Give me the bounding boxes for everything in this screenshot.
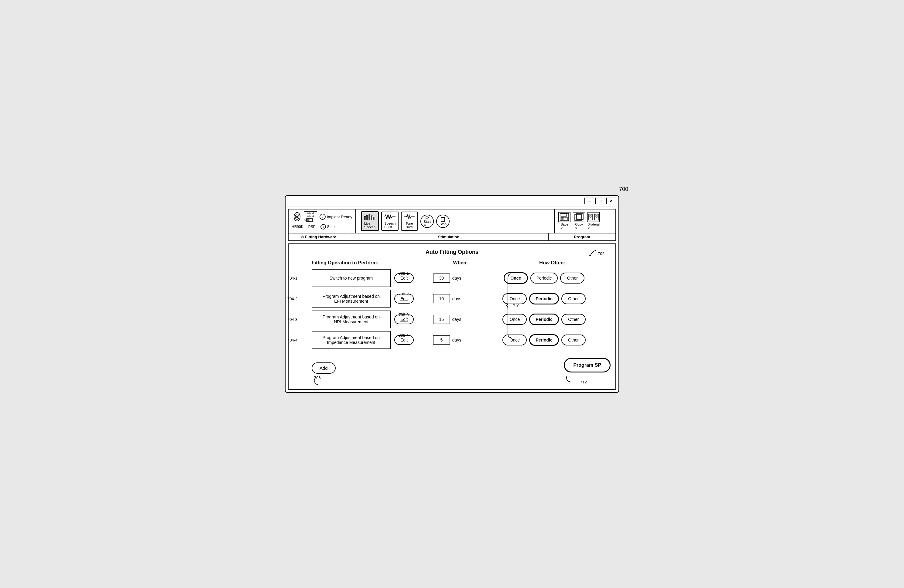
hw-row-bottom: HR90K PSP ○ Stop xyxy=(292,224,335,230)
toolbar-labels: ® Fitting Hardware Stimulation Program xyxy=(289,233,615,240)
ref-708-2: 708-2 xyxy=(398,292,409,296)
tone-burst-button[interactable]: ToneBurst xyxy=(401,211,418,231)
stop-button[interactable]: Stop xyxy=(436,214,450,228)
copy-label: Copy∨ xyxy=(575,222,583,230)
svg-rect-22 xyxy=(561,218,567,220)
title-bar: — □ ✕ xyxy=(286,196,618,207)
other-button-2[interactable]: Other xyxy=(561,293,586,304)
toolbar: ⊟⊟⊟⊟⊟⊟ S xyxy=(288,209,616,241)
toolbar-top: ⊟⊟⊟⊟⊟⊟ S xyxy=(289,210,615,233)
ref-710-label: 710 xyxy=(513,304,520,308)
when-section-1: 708-1 30 days xyxy=(417,274,477,283)
add-button[interactable]: Add xyxy=(312,363,336,374)
speech-burst-button[interactable]: SpeechBurst xyxy=(381,211,398,231)
speech-burst-icon xyxy=(384,213,395,221)
periodic-button-2[interactable]: Periodic xyxy=(529,293,559,304)
svg-rect-34 xyxy=(591,214,592,216)
save-icon-svg xyxy=(560,213,569,221)
program-section: Save∨ + xyxy=(555,210,615,233)
cochlear-icon xyxy=(292,211,303,222)
svg-point-1 xyxy=(295,214,299,219)
how-often-row-1: Once Periodic Other xyxy=(477,272,610,284)
days-input-3[interactable]: 15 xyxy=(433,315,450,324)
svg-rect-21 xyxy=(561,213,566,216)
svg-point-0 xyxy=(294,213,300,221)
other-button-4[interactable]: Other xyxy=(561,334,586,345)
close-button[interactable]: ✕ xyxy=(606,198,616,204)
live-speech-button[interactable]: LiveSpeech xyxy=(361,211,379,231)
svg-rect-13 xyxy=(370,215,371,220)
stop-circle-icon: ○ xyxy=(321,224,326,230)
fitting-hardware-section: ⊟⊟⊟⊟⊟⊟ S xyxy=(289,210,356,233)
live-speech-icon xyxy=(364,213,375,221)
play-icon xyxy=(424,215,430,220)
ref-712-label: 712 xyxy=(564,374,610,384)
implant-ready-indicator: ✓ Implant Ready xyxy=(319,214,352,220)
bilateral-icon-svg xyxy=(588,213,599,221)
main-window: — □ ✕ xyxy=(285,195,619,393)
days-label-4: days xyxy=(452,337,461,342)
circuit-icon xyxy=(306,218,313,222)
bilateral-icon xyxy=(588,212,600,222)
svg-rect-15 xyxy=(374,217,375,220)
svg-rect-35 xyxy=(591,217,592,218)
days-input-2[interactable]: 10 xyxy=(433,294,450,303)
application-window: 700 — □ ✕ xyxy=(285,195,619,393)
operation-2: Program Adjustment based onEFI Measureme… xyxy=(312,290,390,307)
start-button[interactable]: Start∨ xyxy=(420,214,434,228)
ref-808-4: 808-4 xyxy=(398,333,409,337)
implant-ready-text: Implant Ready xyxy=(327,214,352,219)
start-label: Start∨ xyxy=(424,220,431,227)
periodic-button-4[interactable]: Periodic xyxy=(529,334,559,346)
copy-button[interactable]: + Copy∨ xyxy=(573,212,585,230)
ref-708-3: 708-3 xyxy=(398,312,409,317)
bilateral-button[interactable]: Bilateral∨ xyxy=(588,212,600,230)
svg-rect-10 xyxy=(365,216,366,220)
curve-arrow-706 xyxy=(312,377,327,386)
svg-rect-12 xyxy=(368,214,369,220)
when-section-3: 708-3 15 days xyxy=(417,315,477,324)
auto-fitting-panel: Auto Fitting Options 702 Fitting Operati… xyxy=(288,243,616,390)
column-headers: Fitting Operation to Perform: When: How … xyxy=(294,260,610,266)
tone-burst-wave-icon xyxy=(404,213,415,220)
minimize-button[interactable]: — xyxy=(585,198,594,204)
brace-710-icon xyxy=(506,272,512,339)
ref-700-label: 700 xyxy=(619,186,628,192)
ref-710-group: 710 xyxy=(506,272,520,339)
days-input-4[interactable]: 5 xyxy=(433,336,450,345)
program-label: Program xyxy=(548,233,615,240)
psp-label: PSP xyxy=(308,225,316,229)
program-sp-button[interactable]: Program SP xyxy=(564,358,610,372)
title-bar-buttons: — □ ✕ xyxy=(585,198,616,204)
other-button-3[interactable]: Other xyxy=(561,314,586,325)
hw-row-top: ⊟⊟⊟⊟⊟⊟ S xyxy=(292,211,352,222)
fitting-row-3: 704-3 Program Adjustment based onNRI Mea… xyxy=(312,311,610,328)
periodic-button-3[interactable]: Periodic xyxy=(529,314,559,325)
svg-rect-33 xyxy=(589,217,590,218)
periodic-button-1[interactable]: Periodic xyxy=(530,273,558,284)
curve-arrow-702 xyxy=(585,249,597,258)
add-button-wrapper: Add 706 xyxy=(312,363,336,380)
curve-arrow-712 xyxy=(564,374,579,383)
stop-square-icon xyxy=(440,217,446,222)
live-speech-label: LiveSpeech xyxy=(364,222,375,229)
how-often-row-2: Once Periodic Other xyxy=(477,293,610,304)
svg-text:+: + xyxy=(577,216,579,219)
save-button[interactable]: Save∨ xyxy=(558,212,571,230)
svg-rect-40 xyxy=(597,217,598,218)
when-section-4: 808-4 5 days xyxy=(417,336,477,345)
save-label: Save∨ xyxy=(561,222,568,230)
fitting-rows: 704-1 Switch to new program Edit 708-1 3… xyxy=(294,269,610,349)
bottom-row: Add 706 Program SP 712 xyxy=(294,358,610,384)
maximize-button[interactable]: □ xyxy=(595,198,605,204)
ref-708-1: 708-1 xyxy=(398,271,409,276)
days-input-1[interactable]: 30 xyxy=(433,274,450,283)
stimulation-section: LiveSpeech SpeechBurst xyxy=(356,210,555,233)
ref-704-1: 704-1 xyxy=(288,276,297,281)
speech-burst-wave-icon xyxy=(384,213,395,220)
days-label-1: days xyxy=(452,276,461,281)
save-icon xyxy=(558,212,571,222)
operation-1: Switch to new program xyxy=(312,269,390,287)
fitting-row-4: 704-4 Program Adjustment based onImpedan… xyxy=(312,331,610,349)
other-button-1[interactable]: Other xyxy=(560,273,585,284)
